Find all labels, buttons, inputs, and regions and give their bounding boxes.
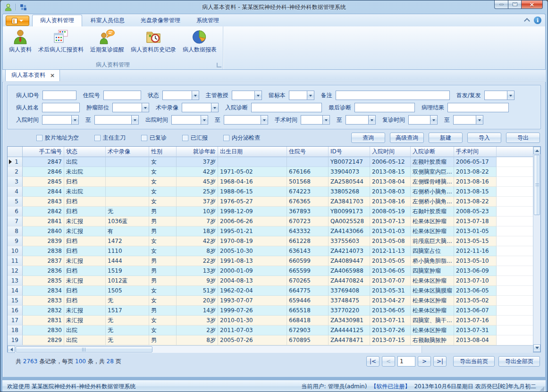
ribbon-button-1[interactable]: 术后病人汇报资料 — [35, 28, 87, 55]
combo-dropdown-button[interactable] — [476, 116, 483, 124]
column-header-9[interactable]: 入院诊断 — [411, 147, 454, 157]
filter-checkbox-4[interactable]: 内分泌检查 — [223, 134, 260, 142]
combo-dropdown-button[interactable] — [131, 116, 138, 124]
combo-dropdown-button[interactable] — [322, 116, 329, 124]
vscroll-track[interactable] — [533, 216, 540, 344]
checkbox-box[interactable] — [141, 135, 147, 141]
table-row-2[interactable]: 22846未出院女42岁1971-05-02676166339040732013… — [8, 167, 533, 177]
info-icon[interactable]: i — [534, 17, 541, 24]
checkbox-box[interactable] — [94, 135, 101, 141]
action-button-2[interactable]: 新建 — [429, 133, 463, 143]
table-row-14[interactable]: 142834归档1505女51岁1962-02-0466477533769408… — [8, 286, 533, 296]
filter-input[interactable] — [42, 91, 76, 100]
column-header-7[interactable]: ID号 — [329, 147, 370, 157]
page-number-input[interactable]: 1 — [397, 356, 415, 367]
filter-checkbox-0[interactable]: 胶片地址为空 — [36, 134, 79, 142]
checkbox-box[interactable] — [36, 135, 42, 141]
filter-input[interactable] — [42, 103, 80, 112]
last-page-button[interactable]: >| — [433, 356, 447, 367]
combo-dropdown-button[interactable] — [211, 103, 218, 112]
filter-combo[interactable] — [453, 115, 483, 125]
filter-combo[interactable] — [232, 91, 262, 100]
column-header-5[interactable]: 出生日期 — [218, 147, 287, 157]
filter-combo[interactable] — [42, 115, 79, 125]
table-row-5[interactable]: 52843归档女37岁1976-05-27676365ZA38417032013… — [8, 197, 533, 207]
filter-combo[interactable] — [182, 103, 219, 112]
column-header-8[interactable]: 入院时间 — [370, 147, 411, 157]
ribbon-tab-3[interactable]: 系统管理 — [189, 15, 227, 26]
table-row-9[interactable]: 92839归档1472女42岁1970-08-19661228337556032… — [8, 236, 533, 246]
combo-dropdown-button[interactable] — [254, 91, 261, 100]
combo-dropdown-button[interactable] — [507, 91, 514, 100]
action-button-0[interactable]: 查询 — [351, 133, 385, 143]
column-header-4[interactable]: 就诊年龄 — [177, 147, 218, 157]
filter-input[interactable] — [103, 91, 141, 100]
column-header-6[interactable]: 住院号 — [287, 147, 329, 157]
quick-access-grid-icon[interactable] — [19, 3, 27, 11]
app-logo-icon[interactable] — [4, 3, 12, 11]
column-header-1[interactable]: 状态 — [64, 147, 106, 157]
horizontal-scrollbar[interactable] — [8, 345, 533, 353]
checkbox-box[interactable] — [223, 135, 229, 141]
ribbon-tab-1[interactable]: 科室人员信息 — [83, 15, 132, 26]
export-all-pages-button[interactable]: 导出全部页 — [498, 356, 540, 367]
scroll-down-button[interactable] — [533, 344, 540, 352]
dialog-launcher-icon[interactable] — [217, 63, 221, 67]
maximize-button[interactable] — [508, 0, 522, 9]
column-header-2[interactable]: 术中录像 — [106, 147, 149, 157]
table-row-19[interactable]: 192829出院无男8岁2005-07-26670895ZA4478471201… — [8, 335, 533, 345]
ribbon-button-4[interactable]: 病人数据报表 — [179, 28, 220, 55]
combo-dropdown-button[interactable] — [261, 116, 268, 124]
filter-combo[interactable] — [346, 115, 376, 125]
vertical-scrollbar[interactable] — [533, 147, 540, 352]
scroll-up-button[interactable] — [533, 147, 540, 154]
filter-combo[interactable] — [301, 115, 330, 125]
close-button[interactable]: × — [522, 0, 543, 9]
filter-input[interactable] — [447, 103, 509, 112]
table-row-10[interactable]: 102838归档1110女8岁2005-10-30636143ZA4214073… — [8, 246, 533, 256]
combo-dropdown-button[interactable] — [368, 116, 375, 124]
prev-page-button[interactable]: < — [382, 356, 395, 367]
ribbon-tab-0[interactable]: 病人资料管理 — [32, 15, 82, 26]
combo-dropdown-button[interactable] — [192, 91, 199, 100]
filter-combo[interactable] — [112, 103, 149, 112]
table-row-7[interactable]: 72841未汇报1036蓝男7岁2006-06-26670723QA002552… — [8, 217, 533, 226]
combo-dropdown-button[interactable] — [142, 103, 149, 112]
collapse-ribbon-icon[interactable] — [524, 18, 530, 24]
combo-dropdown-button[interactable] — [201, 116, 208, 124]
hscroll-thumb[interactable] — [16, 346, 152, 352]
combo-dropdown-button[interactable] — [430, 116, 437, 124]
action-button-4[interactable]: 导出 — [506, 133, 540, 143]
filter-combo[interactable] — [224, 115, 268, 125]
table-row-18[interactable]: 182830出院无女2岁2011-07-03672903ZA4444125201… — [8, 325, 533, 335]
column-header-3[interactable]: 性别 — [149, 147, 177, 157]
vscroll-thumb[interactable] — [534, 155, 540, 215]
next-page-button[interactable]: > — [418, 356, 431, 367]
app-menu-button[interactable] — [6, 16, 29, 26]
ribbon-button-2[interactable]: 近期复诊提醒 — [87, 28, 127, 55]
registration-link[interactable]: 【软件已注册】 — [371, 383, 410, 391]
filter-checkbox-2[interactable]: 已复诊 — [141, 134, 167, 142]
filter-combo[interactable] — [408, 115, 438, 125]
table-row-17[interactable]: 172831未汇报无女3岁2010-01-30668418ZA343098120… — [8, 316, 533, 325]
filter-combo[interactable] — [484, 91, 514, 100]
table-row-3[interactable]: 32845归档女45岁1968-04-16501568ZA25805442013… — [8, 177, 533, 187]
export-current-page-button[interactable]: 导出当前页 — [453, 356, 495, 367]
tab-patient-basic-info[interactable]: 病人基本资料 × — [5, 69, 60, 81]
filter-combo[interactable] — [162, 91, 199, 100]
filter-input[interactable] — [354, 103, 415, 112]
tab-close-icon[interactable]: × — [50, 73, 55, 78]
table-row-1[interactable]: 12847出院女37岁YB00721472006-05-12左额叶胶质瘤2006… — [8, 157, 533, 167]
table-row-15[interactable]: 152833归档无女20岁1993-07-0765944633748475201… — [8, 296, 533, 306]
filter-checkbox-3[interactable]: 已汇报 — [182, 134, 208, 142]
ribbon-button-3[interactable]: 病人资料历史记录 — [127, 28, 179, 55]
table-row-6[interactable]: 62842归档无男10岁1998-12-09367893YB0099173200… — [8, 207, 533, 217]
action-button-1[interactable]: 高级查询 — [390, 133, 424, 143]
checkbox-box[interactable] — [182, 135, 188, 141]
filter-input[interactable] — [336, 91, 450, 100]
column-header-10[interactable]: 手术时间 — [454, 147, 497, 157]
minimize-button[interactable] — [494, 0, 508, 9]
filter-combo[interactable] — [94, 115, 139, 125]
filter-combo[interactable] — [171, 115, 208, 125]
filter-input[interactable] — [251, 103, 322, 112]
